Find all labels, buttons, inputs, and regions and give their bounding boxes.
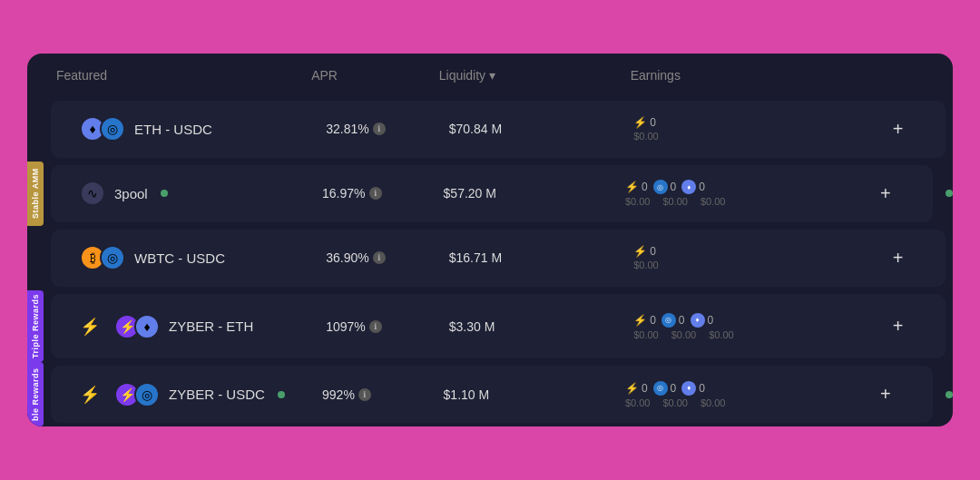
apr-info-icon-3pool[interactable]: ℹ <box>369 187 382 200</box>
coin-icons-zyber-usdc: ⚡◎ <box>114 382 160 407</box>
earnings-usd-row: $0.00$0.00$0.00 <box>633 329 879 340</box>
apr-value-wbtc-usdc: 36.90% <box>326 250 368 265</box>
eth-coin-icon: ♦ <box>134 314 160 339</box>
add-button-eth-usdc[interactable]: + <box>879 115 916 143</box>
add-button-wbtc-usdc[interactable]: + <box>879 244 916 272</box>
side-label-3pool: Stable AMM <box>27 162 44 226</box>
apr-value-eth-usdc: 32.81% <box>326 122 368 136</box>
earnings-zyber-usdc: ⚡0◎0♦0$0.00$0.00$0.00 <box>625 381 867 408</box>
earnings-3pool: ⚡0◎0♦0$0.00$0.00$0.00 <box>625 180 867 207</box>
pair-info-zyber-eth: ⚡⚡♦ZYBER - ETH <box>80 314 326 339</box>
apr-zyber-usdc: 992%ℹ <box>322 387 444 402</box>
earnings-amount: 0 <box>650 245 656 258</box>
usd-val-2: $0.00 <box>709 329 734 340</box>
usdc-small-icon: ◎ <box>662 313 676 328</box>
usd-val-1: $0.00 <box>662 196 688 207</box>
liquidity-zyber-usdc: $1.10 M <box>444 387 625 402</box>
table-header: Featured APR Liquidity ▾ Earnings <box>27 54 953 97</box>
pair-name-3pool: 3pool <box>114 186 148 201</box>
coin-icons-wbtc-usdc: ₿◎ <box>80 245 125 270</box>
usdc-coin-icon: ◎ <box>100 245 125 270</box>
apr-value-zyber-eth: 1097% <box>326 319 366 334</box>
main-container: Featured APR Liquidity ▾ Earnings ♦◎ETH … <box>27 54 953 426</box>
add-button-zyber-usdc[interactable]: + <box>867 380 904 408</box>
usd-val-0: $0.00 <box>625 196 651 207</box>
earnings-amount: 0 <box>650 116 656 129</box>
apr-wbtc-usdc: 36.90%ℹ <box>326 250 449 265</box>
usdc-small-icon: ◎ <box>653 381 668 396</box>
table-row-zyber-eth[interactable]: ⚡⚡♦ZYBER - ETH1097%ℹ$3.30 M⚡0◎0♦0$0.00$0… <box>51 294 946 358</box>
row-wrapper-eth-usdc: ♦◎ETH - USDC32.81%ℹ$70.84 M⚡0$0.00+ <box>27 97 953 162</box>
apr-info-icon-zyber-usdc[interactable]: ℹ <box>358 388 371 401</box>
earnings-eth-usdc: ⚡0$0.00 <box>633 116 879 142</box>
usd-val-2: $0.00 <box>701 397 726 408</box>
side-label-wbtc-usdc <box>27 226 44 290</box>
usd-val-1: $0.00 <box>662 397 688 408</box>
row-wrapper-3pool: Stable AMM∿3pool16.97%ℹ$57.20 M⚡0◎0♦0$0.… <box>27 162 953 226</box>
pair-info-zyber-usdc: ⚡⚡◎ZYBER - USDC <box>80 382 322 407</box>
usd-val-1: $0.00 <box>671 329 697 340</box>
header-featured: Featured <box>56 68 311 83</box>
earnings-usd-row: $0.00$0.00$0.00 <box>625 196 867 207</box>
liquidity-wbtc-usdc: $16.71 M <box>449 250 633 265</box>
earnings-zyber-eth: ⚡0◎0♦0$0.00$0.00$0.00 <box>633 313 879 340</box>
row-wrapper-zyber-usdc: ble Rewards⚡⚡◎ZYBER - USDC992%ℹ$1.10 M⚡0… <box>27 362 953 426</box>
earnings-usdc-item: ◎0 <box>655 180 677 194</box>
usdc-small-icon: ◎ <box>653 180 668 194</box>
dot-right-icon <box>946 190 953 197</box>
apr-info-icon-wbtc-usdc[interactable]: ℹ <box>373 251 386 264</box>
earnings-row-multi-zyber-usdc: ⚡0◎0♦0 <box>625 381 867 396</box>
earnings-item-bolt: ⚡0 <box>633 245 656 258</box>
pair-name-zyber-eth: ZYBER - ETH <box>169 318 253 334</box>
earnings-usd-row: $0.00$0.00$0.00 <box>625 397 867 408</box>
bolt-icon: ⚡ <box>625 181 639 193</box>
active-dot-zyber-usdc <box>278 391 285 398</box>
zyber-bolt-icon: ⚡ <box>80 385 100 405</box>
zyber-bolt-icon: ⚡ <box>80 317 100 337</box>
earnings-wbtc-usdc: ⚡0$0.00 <box>633 245 879 270</box>
chevron-down-icon: ▾ <box>489 68 495 83</box>
apr-value-zyber-usdc: 992% <box>322 387 355 402</box>
header-apr: APR <box>311 68 439 83</box>
earnings-row-multi-zyber-eth: ⚡0◎0♦0 <box>633 313 879 328</box>
bolt-icon: ⚡ <box>633 116 647 129</box>
earnings-bolt-item: ⚡0 <box>633 314 656 327</box>
pair-info-eth-usdc: ♦◎ETH - USDC <box>80 116 326 142</box>
apr-info-icon-zyber-eth[interactable]: ℹ <box>369 320 382 333</box>
rows-wrapper: ♦◎ETH - USDC32.81%ℹ$70.84 M⚡0$0.00+Stabl… <box>27 97 953 426</box>
earnings-eth-item: ♦0 <box>692 313 714 328</box>
row-wrapper-wbtc-usdc: ₿◎WBTC - USDC36.90%ℹ$16.71 M⚡0$0.00+ <box>27 226 953 290</box>
bolt-icon: ⚡ <box>633 314 647 327</box>
usdc-coin-icon: ◎ <box>134 382 160 407</box>
table-row-3pool[interactable]: ∿3pool16.97%ℹ$57.20 M⚡0◎0♦0$0.00$0.00$0.… <box>51 165 933 222</box>
pair-name-zyber-usdc: ZYBER - USDC <box>169 387 265 402</box>
earnings-usdc-item: ◎0 <box>663 313 685 328</box>
eth-small-icon: ♦ <box>691 313 705 328</box>
add-button-zyber-eth[interactable]: + <box>879 312 916 340</box>
table-row-wbtc-usdc[interactable]: ₿◎WBTC - USDC36.90%ℹ$16.71 M⚡0$0.00+ <box>51 230 946 287</box>
table-row-eth-usdc[interactable]: ♦◎ETH - USDC32.81%ℹ$70.84 M⚡0$0.00+ <box>51 101 946 158</box>
earnings-usd-wbtc-usdc: $0.00 <box>633 260 879 270</box>
usd-val-0: $0.00 <box>625 397 651 408</box>
pair-info-wbtc-usdc: ₿◎WBTC - USDC <box>80 245 326 270</box>
apr-info-icon-eth-usdc[interactable]: ℹ <box>373 122 386 135</box>
side-label-zyber-usdc: ble Rewards <box>27 362 44 426</box>
3pool-coin-icon: ∿ <box>80 181 105 206</box>
add-button-3pool[interactable]: + <box>867 180 904 208</box>
bolt-icon: ⚡ <box>633 245 647 258</box>
header-liquidity[interactable]: Liquidity ▾ <box>439 68 631 83</box>
coin-icons-zyber-eth: ⚡♦ <box>114 314 160 339</box>
earnings-eth-item: ♦0 <box>683 381 705 396</box>
side-label-zyber-eth: Triple Rewards <box>27 290 44 362</box>
table-row-zyber-usdc[interactable]: ⚡⚡◎ZYBER - USDC992%ℹ$1.10 M⚡0◎0♦0$0.00$0… <box>51 366 933 423</box>
liquidity-zyber-eth: $3.30 M <box>449 319 633 334</box>
earnings-row-eth-usdc: ⚡0 <box>633 116 879 129</box>
pair-name-eth-usdc: ETH - USDC <box>134 122 212 137</box>
header-action <box>886 68 924 83</box>
apr-eth-usdc: 32.81%ℹ <box>326 122 449 136</box>
earnings-eth-item: ♦0 <box>683 180 705 194</box>
earnings-row-wbtc-usdc: ⚡0 <box>633 245 879 258</box>
dot-right-icon <box>946 391 953 398</box>
pair-info-3pool: ∿3pool <box>80 181 322 206</box>
side-label-eth-usdc <box>27 97 44 162</box>
